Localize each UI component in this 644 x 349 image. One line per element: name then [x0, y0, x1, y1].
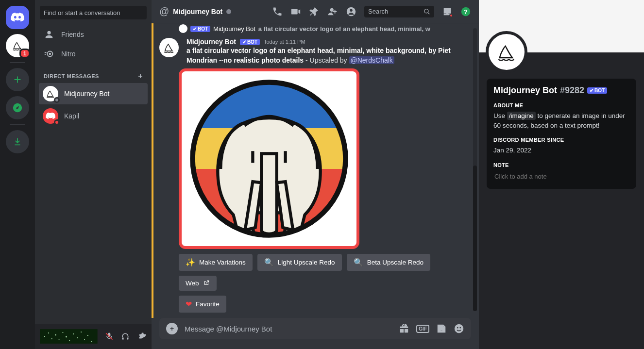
- about-me-header: ABOUT ME: [493, 102, 629, 108]
- emoji-picker-button[interactable]: [454, 323, 464, 334]
- discord-logo-icon: [46, 112, 55, 120]
- dm-item-kapil[interactable]: Kapil: [39, 105, 148, 127]
- light-upscale-redo-button[interactable]: 🔍Light Upscale Redo: [257, 254, 342, 271]
- presence-offline-icon: [226, 9, 231, 14]
- generated-image[interactable]: [179, 68, 359, 249]
- dm-section-header: DIRECT MESSAGES +: [35, 64, 152, 83]
- bot-badge: ✔ BOT: [240, 39, 260, 45]
- svg-point-9: [66, 336, 67, 338]
- main-panel: @ Midjourney Bot Search ?: [152, 0, 479, 349]
- pinned-messages-button[interactable]: [309, 6, 320, 17]
- svg-point-32: [459, 327, 461, 329]
- find-conversation-input[interactable]: Find or start a conversation: [40, 6, 147, 19]
- mute-mic-button[interactable]: [104, 332, 114, 341]
- dm-shortcut-midjourney[interactable]: 1: [6, 34, 29, 57]
- beta-upscale-redo-button[interactable]: 🔍Beta Upscale Redo: [347, 254, 430, 271]
- dm-item-label: Kapil: [64, 112, 79, 120]
- web-link-button[interactable]: Web: [179, 276, 217, 291]
- search-input[interactable]: Search: [364, 6, 434, 17]
- find-conversation-placeholder: Find or start a conversation: [44, 9, 120, 17]
- magnifier-icon: 🔍: [354, 258, 363, 267]
- user-mention[interactable]: @NerdsChalk: [349, 56, 394, 64]
- rail-divider: [10, 124, 25, 125]
- explore-servers-button[interactable]: [6, 96, 29, 119]
- at-icon: @: [159, 6, 169, 17]
- make-variations-button[interactable]: ✨Make Variations: [179, 254, 253, 271]
- external-link-icon: [203, 280, 210, 286]
- action-row-1: ✨Make Variations 🔍Light Upscale Redo 🔍Be…: [179, 254, 471, 271]
- svg-point-3: [44, 336, 45, 337]
- sidebar-item-friends[interactable]: Friends: [39, 25, 148, 44]
- presence-offline-icon: [54, 97, 60, 103]
- home-button[interactable]: [6, 6, 29, 29]
- mention-highlight-bar: [152, 23, 153, 318]
- dm-unread-badge: 1: [19, 49, 30, 58]
- dm-sidebar: Find or start a conversation Friends Nit…: [35, 0, 152, 349]
- svg-point-6: [55, 334, 56, 335]
- action-row-3: ❤Favorite: [179, 296, 471, 313]
- svg-point-8: [62, 332, 63, 333]
- channel-header: @ Midjourney Bot Search ?: [152, 0, 479, 23]
- download-apps-button[interactable]: [6, 130, 29, 153]
- user-footer: [35, 324, 152, 349]
- action-row-2: Web: [179, 276, 471, 291]
- message-composer[interactable]: + Message @Midjourney Bot GIF: [159, 318, 471, 339]
- boat-icon: [495, 40, 518, 64]
- discord-logo-icon: [11, 13, 24, 22]
- sparkles-icon: ✨: [186, 258, 195, 267]
- add-server-button[interactable]: [6, 68, 29, 91]
- favorite-button[interactable]: ❤Favorite: [179, 296, 226, 313]
- server-rail: 1: [0, 0, 35, 349]
- user-settings-button[interactable]: [137, 332, 147, 341]
- notification-dot-icon: [449, 14, 453, 17]
- gift-button[interactable]: [399, 323, 409, 334]
- boat-icon: [45, 88, 56, 99]
- compass-icon: [12, 102, 23, 113]
- svg-point-11: [73, 333, 74, 334]
- message-author[interactable]: Midjourney Bot: [186, 38, 236, 46]
- create-dm-button[interactable]: +: [138, 72, 143, 81]
- add-friends-to-dm-button[interactable]: [327, 6, 338, 17]
- dm-avatar: [43, 86, 58, 101]
- voice-call-button[interactable]: [272, 6, 283, 17]
- gif-picker-button[interactable]: GIF: [416, 325, 429, 333]
- sidebar-item-label: Friends: [61, 31, 84, 38]
- user-profile-button[interactable]: [346, 6, 356, 17]
- imagine-command: /imagine: [507, 112, 536, 120]
- dm-avatar: [43, 108, 58, 124]
- profile-username: Midjourney Bot#9282 ✔ BOT: [493, 85, 629, 96]
- sticker-picker-button[interactable]: [436, 323, 447, 334]
- svg-point-19: [350, 9, 353, 12]
- sidebar-item-nitro[interactable]: Nitro: [39, 45, 148, 63]
- message-avatar[interactable]: [159, 38, 179, 57]
- about-me-body: Use /imagine to generate an image in und…: [493, 111, 629, 130]
- previous-message-preview: ✔ BOT Midjourney Bot a flat circular vec…: [152, 23, 471, 36]
- composer-placeholder: Message @Midjourney Bot: [185, 325, 392, 333]
- bot-badge: ✔ BOT: [587, 87, 607, 94]
- prev-text: a flat circular vector logo of an elepha…: [258, 25, 430, 33]
- plus-icon: [12, 74, 23, 85]
- scrollbar[interactable]: [473, 28, 477, 311]
- svg-point-14: [84, 339, 85, 340]
- svg-point-10: [69, 340, 70, 341]
- channel-title: Midjourney Bot: [173, 8, 222, 16]
- note-input[interactable]: [493, 171, 629, 182]
- prev-user-label: Midjourney Bot: [213, 25, 255, 33]
- search-icon: [424, 8, 430, 15]
- attach-button[interactable]: +: [166, 323, 178, 334]
- user-avatar-area[interactable]: [40, 329, 98, 344]
- dm-item-midjourney-bot[interactable]: Midjourney Bot: [39, 83, 148, 104]
- svg-point-1: [49, 53, 51, 55]
- help-button[interactable]: ?: [460, 6, 471, 17]
- profile-avatar[interactable]: [486, 31, 527, 73]
- video-call-button[interactable]: [290, 6, 301, 17]
- heart-icon: ❤: [186, 299, 192, 309]
- user-profile-panel: Midjourney Bot#9282 ✔ BOT ABOUT ME Use /…: [479, 0, 644, 349]
- message-midjourney-result: Midjourney Bot ✔ BOT Today at 1:11 PM a …: [152, 36, 471, 66]
- chat-scroll-area: ✔ BOT Midjourney Bot a flat circular vec…: [152, 23, 479, 318]
- deafen-button[interactable]: [120, 332, 130, 341]
- svg-point-31: [457, 327, 458, 329]
- svg-point-15: [87, 335, 88, 336]
- svg-rect-2: [40, 329, 98, 344]
- inbox-button[interactable]: [442, 6, 453, 17]
